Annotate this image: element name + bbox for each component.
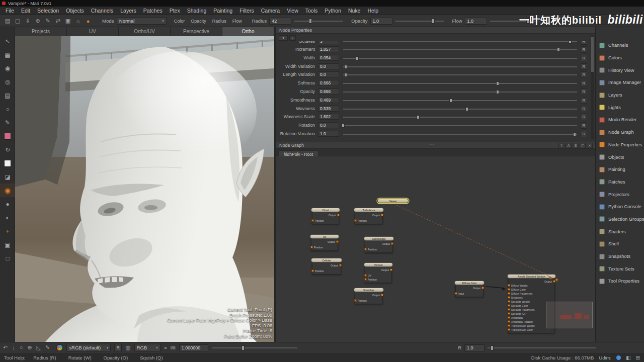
splitter-handle-icon[interactable]: ⋯: [430, 142, 435, 147]
menu-patches[interactable]: Patches: [140, 7, 166, 15]
sidebar-item-projectors[interactable]: Projectors: [596, 188, 644, 201]
input-port[interactable]: [311, 219, 314, 222]
add-icon[interactable]: ＋: [0, 224, 15, 238]
sidebar-item-texture-sets[interactable]: Texture Sets: [596, 262, 644, 275]
menu-camera[interactable]: Camera: [258, 7, 283, 15]
graph-header-button[interactable]: ✕: [587, 143, 593, 148]
colorspace-dropdown[interactable]: sRGB (default) ▾: [66, 344, 111, 351]
prop-slider[interactable]: [343, 109, 577, 110]
toggle-color[interactable]: Color: [172, 19, 188, 24]
tray-window-icon[interactable]: ◧: [626, 355, 630, 360]
node-voronoi[interactable]: VoronoiOutput UV Position: [364, 262, 393, 283]
input-port[interactable]: [508, 308, 510, 311]
frame-icon[interactable]: □: [0, 251, 15, 265]
input-port[interactable]: [311, 269, 314, 272]
input-port[interactable]: [354, 219, 357, 222]
graph-header-button[interactable]: ▢: [580, 143, 586, 148]
sidebar-item-lights[interactable]: Lights: [596, 101, 644, 114]
down-arrow-icon[interactable]: ↓: [12, 344, 15, 351]
reset-button[interactable]: R: [581, 88, 587, 95]
menu-python[interactable]: Python: [321, 7, 345, 15]
output-port[interactable]: [336, 240, 339, 243]
prop-slider[interactable]: [343, 83, 577, 84]
menu-file[interactable]: File: [2, 7, 18, 15]
sidebar-item-layers[interactable]: Layers: [596, 89, 644, 102]
slider-handle[interactable]: [449, 99, 452, 103]
slider-handle[interactable]: [569, 41, 572, 44]
slider-handle[interactable]: [491, 345, 494, 350]
grid-tool-icon[interactable]: ▤: [0, 88, 15, 102]
node-turbulence[interactable]: TurbulenceOutput Position: [354, 208, 384, 224]
prop-value[interactable]: 0.666: [318, 80, 339, 86]
rotate-tool-icon[interactable]: ↻: [0, 143, 15, 156]
slider-handle[interactable]: [344, 65, 347, 69]
input-port[interactable]: [508, 284, 510, 287]
reset-button[interactable]: R: [581, 114, 587, 120]
input-port[interactable]: [508, 304, 510, 307]
properties-scrollbar[interactable]: [591, 35, 594, 139]
input-port[interactable]: [508, 300, 510, 303]
output-port[interactable]: [481, 287, 484, 289]
split-swatch-icon[interactable]: ◪: [0, 170, 15, 184]
input-port[interactable]: [508, 296, 510, 299]
sidebar-item-channels[interactable]: Channels: [596, 39, 644, 52]
slider-handle[interactable]: [496, 90, 499, 94]
radius-slider[interactable]: [294, 21, 343, 22]
target-icon[interactable]: ⊕: [27, 344, 32, 351]
reset-button[interactable]: R: [581, 55, 587, 61]
input-port[interactable]: [508, 320, 510, 323]
palette-grid-icon[interactable]: ▣: [0, 238, 15, 251]
tray-app-icon[interactable]: [616, 355, 621, 360]
input-port[interactable]: [508, 328, 510, 331]
prop-value[interactable]: 1.602: [318, 114, 339, 120]
slider-handle[interactable]: [242, 345, 245, 350]
scrollbar-thumb[interactable]: [591, 37, 594, 72]
angle-icon[interactable]: ◺: [37, 344, 41, 351]
slider-handle[interactable]: [417, 115, 420, 119]
menu-nuke[interactable]: Nuke: [345, 7, 364, 15]
zoom-slider[interactable]: [212, 347, 297, 348]
reset-button[interactable]: R: [581, 71, 587, 78]
zoom-tool-icon[interactable]: ◎: [0, 75, 15, 88]
tray-grid-icon[interactable]: ⊞: [636, 355, 640, 360]
channel-dropdown[interactable]: RGB ▾: [134, 344, 160, 351]
viewport-3d[interactable]: Current Tool: Paint (P)Brush Pressure: 1…: [15, 36, 274, 342]
slider-handle[interactable]: [573, 132, 576, 136]
menu-layers[interactable]: Layers: [117, 7, 140, 15]
node-viewer[interactable]: Viewer: [377, 199, 409, 203]
opacity-slider[interactable]: [395, 21, 444, 22]
menu-view[interactable]: View: [283, 7, 302, 15]
slider-handle[interactable]: [465, 107, 468, 111]
output-port[interactable]: [391, 242, 393, 245]
transform-tool-icon[interactable]: ◉: [0, 61, 15, 75]
color-sphere-icon[interactable]: [56, 344, 63, 351]
input-port[interactable]: [508, 288, 510, 291]
prop-slider[interactable]: [343, 66, 577, 67]
node-oil[interactable]: OilOutput Position: [310, 234, 339, 251]
slider-handle[interactable]: [356, 56, 359, 60]
reset-button[interactable]: R: [581, 41, 587, 45]
prop-slider[interactable]: [343, 100, 577, 101]
open-project-icon[interactable]: ▢: [13, 17, 22, 26]
toggle-radius[interactable]: Radius: [210, 19, 229, 24]
prop-value[interactable]: 1.857: [318, 46, 339, 52]
reset-button[interactable]: R: [581, 80, 587, 86]
input-port[interactable]: [508, 292, 510, 295]
sidebar-item-modo-render[interactable]: Modo Render: [596, 114, 644, 126]
prop-value[interactable]: 0.054: [318, 55, 339, 61]
prop-value[interactable]: 0.666: [318, 88, 339, 95]
tab-projects[interactable]: Projects: [15, 27, 67, 36]
tab-uv[interactable]: UV: [67, 27, 119, 36]
radius-value[interactable]: 42: [269, 18, 291, 25]
sidebar-item-image-manager[interactable]: Image Manager: [596, 76, 644, 89]
menu-help[interactable]: Help: [364, 7, 382, 15]
undo-icon[interactable]: ↶: [3, 344, 8, 351]
menu-shading[interactable]: Shading: [184, 7, 210, 15]
node-cellular[interactable]: CellularOutput Position: [311, 258, 342, 275]
pin-icon[interactable]: ⊕: [33, 17, 42, 26]
prop-value[interactable]: 0.0: [318, 63, 339, 69]
input-port[interactable]: [364, 278, 367, 281]
slider-handle[interactable]: [344, 73, 347, 77]
input-port[interactable]: [354, 299, 357, 302]
reset-button[interactable]: R: [581, 63, 587, 70]
